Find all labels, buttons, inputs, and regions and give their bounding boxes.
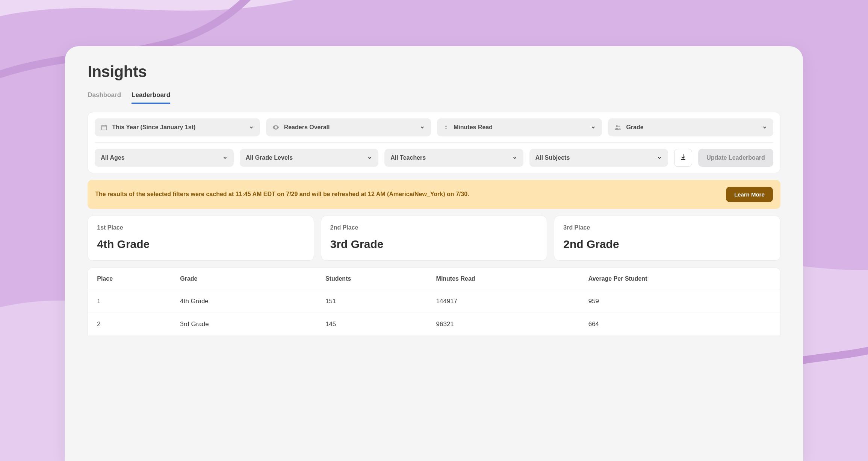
table-row: 1 4th Grade 151 144917 959	[88, 290, 780, 313]
table-row: 2 3rd Grade 145 96321 664	[88, 313, 780, 336]
svg-point-6	[616, 125, 618, 127]
podium-card-1: 1st Place 4th Grade	[88, 216, 314, 261]
filter-grade-levels[interactable]: All Grade Levels	[240, 149, 378, 167]
podium: 1st Place 4th Grade 2nd Place 3rd Grade …	[88, 216, 780, 261]
cell-minutes-read: 144917	[427, 290, 579, 313]
filters-secondary-row: All Ages All Grade Levels All Teachers A…	[95, 142, 773, 167]
podium-card-2: 2nd Place 3rd Grade	[321, 216, 547, 261]
cell-grade: 3rd Grade	[171, 313, 316, 336]
download-button[interactable]	[674, 149, 692, 167]
col-minutes-read: Minutes Read	[427, 268, 579, 290]
filters-panel: This Year (Since January 1st) Readers Ov…	[88, 112, 780, 173]
podium-value: 3rd Grade	[330, 238, 538, 251]
podium-label: 3rd Place	[563, 224, 771, 231]
learn-more-button[interactable]: Learn More	[726, 187, 773, 202]
chevron-down-icon	[591, 125, 596, 130]
cell-students: 145	[316, 313, 427, 336]
svg-point-7	[618, 125, 620, 127]
col-students: Students	[316, 268, 427, 290]
cell-place: 2	[88, 313, 171, 336]
filter-teachers-label: All Teachers	[390, 154, 507, 161]
insights-card: Insights Dashboard Leaderboard This Year…	[65, 46, 803, 461]
chevron-down-icon	[367, 155, 372, 160]
chevron-down-icon	[762, 125, 767, 130]
update-leaderboard-button[interactable]: Update Leaderboard	[698, 149, 773, 167]
cell-avg: 664	[579, 313, 780, 336]
eye-icon	[272, 124, 280, 131]
sort-icon	[443, 124, 449, 130]
podium-value: 2nd Grade	[563, 238, 771, 251]
tab-dashboard[interactable]: Dashboard	[88, 91, 121, 104]
group-icon	[614, 124, 622, 131]
chevron-down-icon	[657, 155, 662, 160]
filter-ages[interactable]: All Ages	[95, 149, 233, 167]
cell-students: 151	[316, 290, 427, 313]
filter-period[interactable]: This Year (Since January 1st)	[95, 118, 260, 136]
cell-avg: 959	[579, 290, 780, 313]
chevron-down-icon	[222, 155, 228, 160]
col-avg: Average Per Student	[579, 268, 780, 290]
tabs: Dashboard Leaderboard	[88, 91, 780, 104]
filter-groupby-label: Grade	[626, 124, 757, 131]
filter-subjects[interactable]: All Subjects	[529, 149, 668, 167]
filters-primary-row: This Year (Since January 1st) Readers Ov…	[95, 118, 773, 136]
podium-value: 4th Grade	[97, 238, 305, 251]
podium-card-3: 3rd Place 2nd Grade	[554, 216, 780, 261]
table-header-row: Place Grade Students Minutes Read Averag…	[88, 268, 780, 290]
svg-rect-1	[102, 125, 107, 130]
filter-teachers[interactable]: All Teachers	[384, 149, 523, 167]
calendar-icon	[101, 124, 107, 131]
filter-metric-label: Minutes Read	[454, 124, 586, 131]
leaderboard-table: Place Grade Students Minutes Read Averag…	[88, 268, 780, 336]
filter-period-label: This Year (Since January 1st)	[112, 124, 244, 131]
filter-subjects-label: All Subjects	[535, 154, 652, 161]
chevron-down-icon	[512, 155, 517, 160]
cell-grade: 4th Grade	[171, 290, 316, 313]
page-title: Insights	[88, 63, 780, 81]
chevron-down-icon	[249, 125, 254, 130]
chevron-down-icon	[420, 125, 425, 130]
filter-metric[interactable]: Minutes Read	[437, 118, 602, 136]
filter-readers[interactable]: Readers Overall	[266, 118, 431, 136]
cell-place: 1	[88, 290, 171, 313]
col-grade: Grade	[171, 268, 316, 290]
podium-label: 2nd Place	[330, 224, 538, 231]
filter-groupby[interactable]: Grade	[608, 118, 773, 136]
tab-leaderboard[interactable]: Leaderboard	[132, 91, 170, 104]
download-icon	[679, 153, 687, 162]
svg-point-5	[275, 127, 276, 128]
cache-banner: The results of the selected filters were…	[88, 180, 780, 209]
cell-minutes-read: 96321	[427, 313, 579, 336]
filter-ages-label: All Ages	[101, 154, 218, 161]
col-place: Place	[88, 268, 171, 290]
filter-grade-levels-label: All Grade Levels	[246, 154, 363, 161]
podium-label: 1st Place	[97, 224, 305, 231]
filter-readers-label: Readers Overall	[284, 124, 415, 131]
cache-banner-text: The results of the selected filters were…	[95, 191, 718, 198]
